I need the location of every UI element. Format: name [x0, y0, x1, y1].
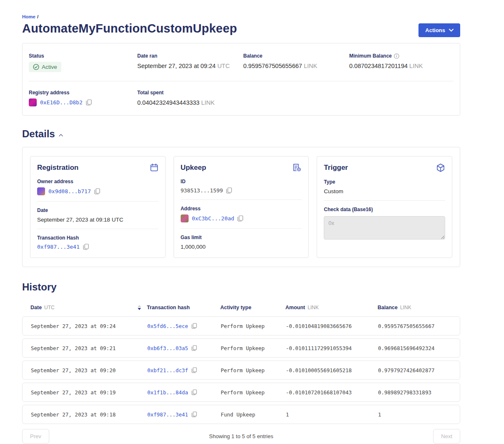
copy-icon[interactable]: [192, 389, 197, 395]
upkeep-card: Upkeep ID 938513...1599 Address 0x: [174, 156, 309, 258]
trigger-type-value: Custom: [324, 188, 445, 194]
registration-date-label: Date: [37, 207, 159, 213]
check-data-label: Check data (Base16): [324, 207, 445, 212]
registration-title: Registration: [37, 164, 78, 172]
owner-address-link[interactable]: 0x9d08...b717: [48, 188, 91, 194]
column-header-date[interactable]: Date UTC: [30, 305, 147, 310]
info-icon[interactable]: [394, 53, 399, 59]
copy-icon[interactable]: [192, 411, 197, 417]
table-row: September 27, 2023 at 09:19 0x1f1b...84d…: [22, 383, 460, 402]
transaction-hash-link[interactable]: 0x1f1b...84da: [147, 389, 188, 396]
registry-address-label: Registry address: [29, 90, 137, 96]
breadcrumb-home-link[interactable]: Home: [22, 14, 35, 19]
total-spent-value: 0.04042324943443333 LINK: [137, 99, 243, 106]
upkeep-title: Upkeep: [181, 164, 206, 172]
row-hash: 0xbf21...dc3f: [147, 367, 221, 373]
row-date: September 27, 2023 at 09:21: [31, 345, 147, 351]
actions-button-label: Actions: [425, 27, 445, 33]
column-header-balance: Balance LINK: [378, 305, 452, 310]
balance-value: 0.9595767505655667 LINK: [243, 63, 349, 69]
upkeep-id-value: 938513...1599: [181, 187, 223, 194]
owner-identicon: [37, 187, 45, 195]
row-activity-type: Perform Upkeep: [221, 345, 286, 351]
gas-limit-value: 1,000,000: [181, 244, 302, 250]
row-hash: 0x5fd6...5ece: [147, 323, 221, 329]
copy-icon[interactable]: [237, 215, 243, 222]
details-panel: Registration Owner address 0x9d08...b717…: [22, 147, 460, 267]
row-activity-type: Perform Upkeep: [221, 389, 286, 396]
row-amount: -0.010111172991055394: [286, 345, 378, 351]
upkeep-address-identicon: [181, 214, 189, 222]
page-container: Home/ AutomateMyFunctionCustomUpkeep Act…: [22, 0, 460, 444]
registry-address-link[interactable]: 0xE16D...D8b2: [40, 99, 83, 106]
owner-address-label: Owner address: [37, 179, 159, 184]
copy-icon[interactable]: [226, 187, 232, 194]
row-balance: 0.989892798331893: [378, 389, 451, 396]
row-balance: 0.9595767505655667: [378, 323, 451, 329]
row-balance: 0.9696815696492324: [378, 345, 451, 351]
table-row: September 27, 2023 at 09:24 0x5fd6...5ec…: [22, 316, 460, 336]
copy-icon[interactable]: [83, 244, 89, 250]
collapse-caret-icon[interactable]: [59, 134, 63, 136]
row-date: September 27, 2023 at 09:19: [31, 389, 147, 396]
breadcrumb-separator: /: [37, 14, 38, 19]
min-balance-value: 0.0870234817201194 LINK: [349, 63, 454, 69]
row-balance: 0.9797927426402877: [378, 367, 451, 373]
check-circle-icon: [33, 64, 39, 70]
column-header-amount: Amount LINK: [285, 305, 378, 310]
row-activity-type: Perform Upkeep: [221, 323, 286, 329]
row-date: September 27, 2023 at 09:24: [31, 323, 147, 329]
copy-icon[interactable]: [192, 323, 197, 329]
copy-icon[interactable]: [192, 367, 197, 373]
transaction-hash-link[interactable]: 0xbf21...dc3f: [147, 367, 188, 373]
row-hash: 0xf987...3e41: [147, 411, 221, 418]
upkeep-id-label: ID: [181, 179, 302, 184]
cube-icon: [436, 163, 445, 172]
registry-identicon: [29, 98, 37, 106]
history-table-header: Date UTC Transaction hash Activity type …: [22, 305, 460, 310]
copy-icon[interactable]: [94, 188, 100, 194]
sort-icon[interactable]: [138, 305, 141, 310]
row-amount: -0.010100055691605218: [286, 367, 378, 373]
column-header-activity-type: Activity type: [220, 305, 285, 310]
document-gear-icon: [292, 163, 302, 172]
date-ran-value: September 27, 2023 at 09:24 UTC: [137, 63, 243, 69]
row-date: September 27, 2023 at 09:18: [31, 411, 147, 418]
registration-date-value: September 27, 2023 at 09:18 UTC: [37, 217, 159, 223]
calendar-icon: [150, 163, 159, 172]
gas-limit-label: Gas limit: [181, 235, 302, 240]
column-header-transaction-hash: Transaction hash: [147, 305, 220, 310]
min-balance-label: Minimum Balance: [349, 53, 454, 59]
transaction-hash-link[interactable]: 0xb6f3...03a5: [147, 345, 188, 351]
table-row: September 27, 2023 at 09:18 0xf987...3e4…: [22, 405, 460, 424]
row-hash: 0x1f1b...84da: [147, 389, 221, 396]
transaction-hash-link[interactable]: 0xf987...3e41: [37, 244, 80, 250]
copy-icon[interactable]: [192, 345, 197, 351]
row-amount: -0.010104819083665676: [286, 323, 378, 329]
row-hash: 0xb6f3...03a5: [147, 345, 221, 351]
row-activity-type: Fund Upkeep: [221, 411, 286, 418]
pagination-summary: Showing 1 to 5 of 5 entries: [22, 433, 460, 439]
trigger-type-label: Type: [324, 179, 445, 185]
table-row: September 27, 2023 at 09:21 0xb6f3...03a…: [22, 338, 460, 358]
upkeep-address-label: Address: [181, 206, 302, 212]
table-row: September 27, 2023 at 09:20 0xbf21...dc3…: [22, 361, 460, 380]
balance-label: Balance: [243, 53, 349, 59]
upkeep-address-link[interactable]: 0xC3bC...20ad: [192, 215, 234, 222]
history-heading: History: [22, 281, 460, 293]
status-badge-label: Active: [42, 64, 57, 70]
chevron-down-icon: [449, 29, 454, 32]
summary-card: Status Active Date ran September 27, 202…: [22, 43, 460, 116]
transaction-hash-link[interactable]: 0xf987...3e41: [147, 411, 188, 418]
check-data-textarea[interactable]: [324, 216, 445, 240]
transaction-hash-label: Transaction Hash: [37, 235, 159, 241]
copy-icon[interactable]: [86, 99, 92, 106]
transaction-hash-link[interactable]: 0x5fd6...5ece: [147, 323, 188, 329]
pagination: Prev Showing 1 to 5 of 5 entries Next: [22, 429, 460, 444]
actions-button[interactable]: Actions: [418, 23, 460, 37]
row-balance: 1: [378, 411, 451, 418]
trigger-card: Trigger Type Custom Check data (Base16): [317, 156, 452, 258]
trigger-title: Trigger: [324, 164, 348, 172]
registration-card: Registration Owner address 0x9d08...b717…: [30, 156, 166, 258]
total-spent-label: Total spent: [137, 90, 243, 96]
